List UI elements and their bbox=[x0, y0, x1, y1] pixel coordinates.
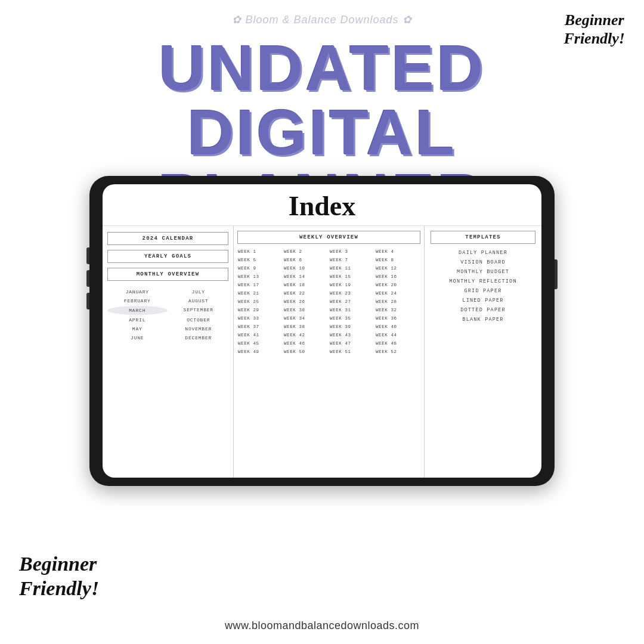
month-june[interactable]: JUNE bbox=[107, 334, 168, 342]
week-item[interactable]: WEEK 33 bbox=[237, 314, 283, 322]
week-item[interactable]: WEEK 39 bbox=[329, 323, 374, 330]
template-item[interactable]: BLANK PAPER bbox=[431, 317, 535, 323]
week-item[interactable]: WEEK 51 bbox=[329, 348, 374, 355]
week-item[interactable]: WEEK 52 bbox=[375, 348, 420, 355]
tablet-button-2 bbox=[86, 270, 89, 287]
month-december[interactable]: DECEMBER bbox=[169, 334, 229, 342]
week-item[interactable]: WEEK 11 bbox=[329, 264, 374, 272]
week-item[interactable]: WEEK 3 bbox=[329, 247, 374, 255]
week-item[interactable]: WEEK 6 bbox=[283, 256, 329, 264]
week-item[interactable]: WEEK 15 bbox=[329, 273, 374, 280]
week-item[interactable]: WEEK 16 bbox=[375, 273, 420, 280]
week-item[interactable]: WEEK 32 bbox=[375, 306, 420, 314]
template-item[interactable]: MONTHLY BUDGET bbox=[431, 269, 535, 275]
week-item[interactable]: WEEK 38 bbox=[283, 323, 329, 330]
templates-label: TEMPLATES bbox=[431, 231, 535, 244]
month-october[interactable]: OCTOBER bbox=[169, 316, 229, 324]
week-item[interactable]: WEEK 18 bbox=[283, 281, 329, 289]
template-item[interactable]: LINED PAPER bbox=[431, 298, 535, 304]
week-item[interactable]: WEEK 46 bbox=[283, 339, 329, 347]
tablet-frame: Index 2024 CALENDAR YEARLY GOALS MONTHLY… bbox=[89, 176, 555, 486]
month-september[interactable]: SEPTEMBER bbox=[169, 306, 229, 315]
month-july[interactable]: JULY bbox=[169, 288, 229, 296]
week-item[interactable]: WEEK 30 bbox=[283, 306, 329, 314]
week-item[interactable]: WEEK 50 bbox=[283, 348, 329, 355]
month-august[interactable]: AUGUST bbox=[169, 297, 229, 305]
week-item[interactable]: WEEK 47 bbox=[329, 339, 374, 347]
week-item[interactable]: WEEK 35 bbox=[329, 314, 374, 322]
week-item[interactable]: WEEK 48 bbox=[375, 339, 420, 347]
week-item[interactable]: WEEK 28 bbox=[375, 298, 420, 305]
week-item[interactable]: WEEK 12 bbox=[375, 264, 420, 272]
month-november[interactable]: NOVEMBER bbox=[169, 325, 229, 333]
yearly-goals-label[interactable]: YEARLY GOALS bbox=[107, 250, 228, 263]
template-item[interactable]: GRID PAPER bbox=[431, 288, 535, 294]
monthly-overview-label[interactable]: MONTHLY OVERVIEW bbox=[107, 268, 228, 281]
beginner-friendly-badge-bottom: BeginnerFriendly! bbox=[19, 552, 99, 601]
week-item[interactable]: WEEK 9 bbox=[237, 264, 283, 272]
weeks-grid: WEEK 1WEEK 2WEEK 3WEEK 4WEEK 5WEEK 6WEEK… bbox=[237, 247, 420, 355]
week-item[interactable]: WEEK 23 bbox=[329, 289, 374, 297]
week-item[interactable]: WEEK 14 bbox=[283, 273, 329, 280]
week-item[interactable]: WEEK 21 bbox=[237, 289, 283, 297]
week-item[interactable]: WEEK 27 bbox=[329, 298, 374, 305]
calendar-section-label[interactable]: 2024 CALENDAR bbox=[107, 232, 228, 245]
month-january[interactable]: JANUARY bbox=[107, 288, 168, 296]
week-item[interactable]: WEEK 5 bbox=[237, 256, 283, 264]
week-item[interactable]: WEEK 2 bbox=[283, 247, 329, 255]
index-page-title: Index bbox=[103, 184, 541, 226]
week-item[interactable]: WEEK 45 bbox=[237, 339, 283, 347]
month-march[interactable]: MARCH bbox=[107, 306, 168, 315]
week-item[interactable]: WEEK 24 bbox=[375, 289, 420, 297]
month-grid: JANUARY JULY FEBRUARY AUGUST MARCH SEPTE… bbox=[107, 288, 228, 342]
index-content: 2024 CALENDAR YEARLY GOALS MONTHLY OVERV… bbox=[103, 226, 541, 478]
template-item[interactable]: MONTHLY REFLECTION bbox=[431, 278, 535, 284]
week-item[interactable]: WEEK 29 bbox=[237, 306, 283, 314]
week-item[interactable]: WEEK 22 bbox=[283, 289, 329, 297]
week-item[interactable]: WEEK 25 bbox=[237, 298, 283, 305]
week-item[interactable]: WEEK 7 bbox=[329, 256, 374, 264]
month-february[interactable]: FEBRUARY bbox=[107, 297, 168, 305]
week-item[interactable]: WEEK 13 bbox=[237, 273, 283, 280]
week-item[interactable]: WEEK 10 bbox=[283, 264, 329, 272]
template-list: DAILY PLANNERVISION BOARDMONTHLY BUDGETM… bbox=[431, 250, 535, 323]
tablet-button-3 bbox=[86, 293, 89, 309]
week-item[interactable]: WEEK 41 bbox=[237, 331, 283, 339]
week-item[interactable]: WEEK 4 bbox=[375, 247, 420, 255]
tablet-screen: Index 2024 CALENDAR YEARLY GOALS MONTHLY… bbox=[103, 184, 541, 478]
template-item[interactable]: VISION BOARD bbox=[431, 259, 535, 265]
template-item[interactable]: DAILY PLANNER bbox=[431, 250, 535, 256]
month-may[interactable]: MAY bbox=[107, 325, 168, 333]
week-item[interactable]: WEEK 17 bbox=[237, 281, 283, 289]
week-item[interactable]: WEEK 26 bbox=[283, 298, 329, 305]
brand-watermark: ✿ Bloom & Balance Downloads ✿ bbox=[232, 13, 411, 26]
tablet-button-1 bbox=[86, 247, 89, 264]
month-april[interactable]: APRIL bbox=[107, 316, 168, 324]
week-item[interactable]: WEEK 40 bbox=[375, 323, 420, 330]
week-item[interactable]: WEEK 8 bbox=[375, 256, 420, 264]
template-item[interactable]: DOTTED PAPER bbox=[431, 307, 535, 313]
tablet-device: Index 2024 CALENDAR YEARLY GOALS MONTHLY… bbox=[89, 176, 555, 486]
week-item[interactable]: WEEK 49 bbox=[237, 348, 283, 355]
week-item[interactable]: WEEK 1 bbox=[237, 247, 283, 255]
week-item[interactable]: WEEK 36 bbox=[375, 314, 420, 322]
week-item[interactable]: WEEK 20 bbox=[375, 281, 420, 289]
week-item[interactable]: WEEK 34 bbox=[283, 314, 329, 322]
index-middle-column: WEEKLY OVERVIEW WEEK 1WEEK 2WEEK 3WEEK 4… bbox=[234, 226, 425, 478]
index-left-column: 2024 CALENDAR YEARLY GOALS MONTHLY OVERV… bbox=[103, 226, 234, 478]
week-item[interactable]: WEEK 19 bbox=[329, 281, 374, 289]
title-line1: UNDATED bbox=[54, 36, 590, 100]
week-item[interactable]: WEEK 43 bbox=[329, 331, 374, 339]
week-item[interactable]: WEEK 31 bbox=[329, 306, 374, 314]
weekly-overview-label: WEEKLY OVERVIEW bbox=[237, 231, 420, 244]
tablet-power-button bbox=[555, 259, 558, 289]
website-url: www.bloomandbalancedownloads.com bbox=[225, 620, 419, 632]
week-item[interactable]: WEEK 44 bbox=[375, 331, 420, 339]
index-right-column: TEMPLATES DAILY PLANNERVISION BOARDMONTH… bbox=[425, 226, 541, 478]
week-item[interactable]: WEEK 37 bbox=[237, 323, 283, 330]
week-item[interactable]: WEEK 42 bbox=[283, 331, 329, 339]
